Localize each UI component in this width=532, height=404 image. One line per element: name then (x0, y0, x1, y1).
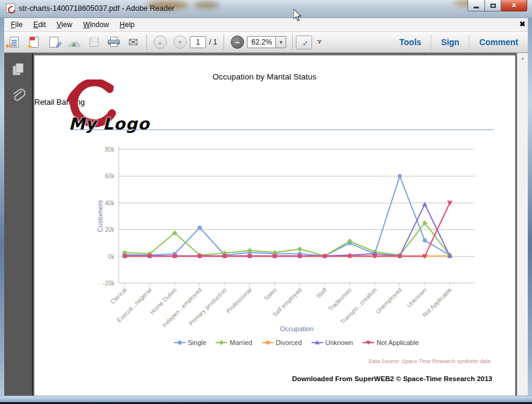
email-icon: ✉ (128, 35, 139, 49)
legend-item-unknown: Unknown (311, 339, 353, 346)
previous-page-button[interactable]: ▲ (151, 34, 169, 51)
page-number-input[interactable]: 1 (190, 36, 206, 48)
menu-items: FileEditViewWindowHelp (5, 19, 140, 31)
open-file-button[interactable]: ↩ (5, 34, 23, 51)
maximize-button[interactable] (485, 0, 501, 11)
page-thumbnails-icon (13, 63, 23, 75)
chevron-down-icon: ▾ (318, 42, 321, 44)
fit-width-icon: ↔ (298, 36, 310, 48)
toolbar-panels: ToolsSignComment (390, 35, 528, 49)
print-icon (108, 37, 120, 48)
legend-item-not-applicable: Not Applicable (363, 339, 419, 346)
minimize-icon (474, 7, 479, 8)
legend-label: Married (230, 339, 252, 346)
vertical-scrollbar[interactable]: ▲ (517, 53, 528, 396)
legend-item-married: Married (216, 339, 252, 346)
attachments-button[interactable] (8, 85, 28, 106)
maximize-icon (490, 4, 496, 8)
toolbar-separator (292, 34, 293, 50)
legend-marker-icon (174, 340, 186, 346)
print-button[interactable] (104, 34, 123, 51)
fit-width-button[interactable]: ↔ (296, 36, 312, 49)
pdf-page: Occupation by Marital Status Retail Bank… (34, 55, 515, 396)
page-count-label: / 1 (209, 38, 217, 46)
data-source-note: Data Source: Space-Time Research synthet… (369, 358, 490, 364)
legend-label: Single (188, 339, 207, 346)
x-tick-label: Professional (225, 287, 253, 315)
close-icon: ✕ (511, 2, 516, 10)
navigation-sidebar (4, 53, 33, 396)
y-tick-label: -20k (103, 280, 115, 287)
menu-file[interactable]: File (5, 19, 28, 31)
x-tick-label: Unknown (405, 287, 428, 309)
next-page-icon: ▼ (177, 39, 183, 46)
toolbar-separator (224, 34, 224, 50)
legend-label: Not Applicable (377, 339, 419, 346)
create-pdf-button[interactable]: ★ (25, 34, 43, 51)
legend-marker-icon (363, 340, 374, 346)
page-thumbnails-button[interactable] (8, 59, 28, 79)
pdf-file-icon (6, 4, 15, 13)
zoom-out-button[interactable]: – (228, 34, 246, 51)
data-point (423, 238, 427, 243)
document-view: Occupation by Marital Status Retail Bank… (4, 53, 528, 396)
save-button[interactable] (84, 34, 103, 51)
x-axis-title: Occupation (280, 325, 314, 332)
y-tick-label: 60k (105, 173, 115, 179)
sign-panel-button[interactable]: Sign (431, 35, 469, 49)
close-button[interactable]: ✕ (501, 0, 527, 11)
chart-legend: SingleMarriedDivorcedUnknownNot Applicab… (107, 339, 486, 346)
save-icon (89, 37, 99, 47)
series-line-married (125, 223, 450, 256)
legend-marker-icon (262, 340, 274, 346)
window-controls: ✕ (468, 0, 527, 11)
window-frame (528, 18, 532, 396)
zoom-level-input[interactable]: 62.2% (247, 36, 276, 48)
y-tick-label: 80k (105, 146, 115, 153)
y-tick-label: 20k (105, 226, 115, 233)
menu-edit[interactable]: Edit (28, 19, 51, 31)
window-title-text: str-charts-1400718605037.pdf - Adobe Rea… (19, 4, 175, 13)
window-title: str-charts-1400718605037.pdf - Adobe Rea… (6, 4, 175, 13)
x-tick-label: Tradesmen (327, 287, 353, 312)
close-document-icon[interactable]: ✖ (519, 20, 525, 28)
tools-panel-button[interactable]: Tools (390, 35, 431, 49)
data-point (422, 202, 428, 207)
data-point (398, 174, 402, 178)
data-point (198, 226, 202, 230)
titlebar[interactable]: str-charts-1400718605037.pdf - Adobe Rea… (0, 0, 532, 18)
legend-item-single: Single (174, 339, 207, 346)
minimize-button[interactable] (468, 0, 485, 11)
menu-view[interactable]: View (51, 19, 78, 31)
menu-window[interactable]: Window (78, 19, 114, 31)
toolbar-separator (146, 34, 147, 50)
comment-panel-button[interactable]: Comment (469, 35, 528, 49)
y-tick-label: 40k (105, 200, 115, 207)
zoom-dropdown-button[interactable]: ▾ (276, 36, 286, 48)
legend-label: Unknown (325, 339, 353, 346)
cloud-upload-arrow-icon: ▲ (70, 41, 77, 48)
download-footer: Downloaded From SuperWEB2 © Space-Time R… (292, 375, 492, 382)
mouse-cursor (293, 9, 302, 22)
create-pdf-star-icon: ★ (27, 43, 33, 50)
open-icon: ↩ (5, 41, 13, 50)
next-page-button[interactable]: ▼ (171, 34, 189, 51)
legend-item-divorced: Divorced (262, 339, 302, 346)
email-button[interactable]: ✉ (124, 34, 143, 51)
legend-label: Divorced (276, 339, 302, 346)
menu-bar: FileEditViewWindowHelp ✖ (1, 18, 531, 32)
paperclip-icon (11, 88, 25, 104)
series-line-single (125, 176, 450, 256)
fill-sign-button[interactable]: ✎ (45, 34, 63, 51)
series-line-unknown (125, 204, 450, 256)
toolbar-options-button[interactable]: ▾ (317, 40, 322, 45)
zoom-out-icon: – (235, 37, 240, 47)
legend-marker-icon (216, 340, 227, 346)
previous-page-icon: ▲ (157, 39, 163, 46)
data-point (297, 247, 302, 252)
y-axis-title: Customers (96, 200, 104, 232)
menu-help[interactable]: Help (114, 19, 140, 31)
window-frame (0, 396, 532, 404)
cloud-upload-button[interactable]: ☁ ▲ (64, 34, 83, 51)
window-frame (0, 18, 4, 396)
